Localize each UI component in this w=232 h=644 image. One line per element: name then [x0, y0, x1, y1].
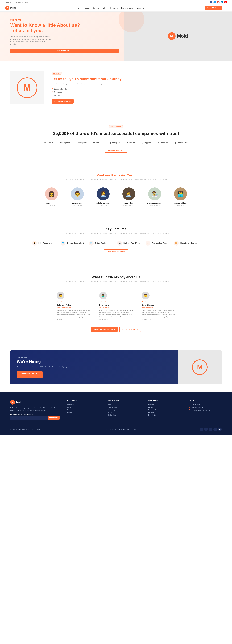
about-logo-circle: M — [17, 78, 37, 98]
nav-home[interactable]: Home — [77, 7, 81, 9]
hamburger-menu[interactable]: ☰ — [225, 6, 227, 10]
view-more-testimonials-button[interactable]: VIEW MORE TESTIMONIALS — [91, 327, 118, 332]
nav-portfolio[interactable]: Portfolio ▾ — [110, 7, 118, 9]
hero-left: WHO WE ARE? Want to Know a little About … — [0, 12, 124, 61]
nav-logo[interactable]: M Molti — [5, 6, 16, 10]
res-blog[interactable]: Blog — [108, 404, 141, 406]
design-label: Clean/Lovely Design — [180, 241, 197, 244]
jazzer-label: JAZZER — [46, 142, 53, 144]
responsive-icon: 📱 — [32, 241, 37, 246]
about-cta-button[interactable]: READ FULL STORY → — [51, 99, 74, 104]
footer-navigate-title: NAVIGATE — [67, 400, 100, 402]
cookie-policy-link[interactable]: Cookie Policy — [127, 428, 136, 430]
team-member-sarah: 👩 Sarah Morrison CEO/Founder — [41, 188, 62, 206]
footer-navigate: NAVIGATE Homepage Careers News Affiliate… — [67, 400, 100, 420]
get-started-button[interactable]: GET STARTED → — [205, 6, 223, 10]
location-icon: 📍 — [189, 409, 191, 411]
res-community[interactable]: Community — [108, 409, 141, 411]
nav-news[interactable]: News — [67, 409, 100, 411]
comp-services[interactable]: Services — [148, 404, 181, 406]
footer-youtube-icon[interactable]: ▶ — [218, 428, 222, 431]
res-pricing[interactable]: Pricing — [108, 412, 141, 413]
team-member-nayan: 👨 Nayan Robert Creative Director — [67, 188, 88, 206]
firat-role: UX/UI Designer — [99, 306, 133, 308]
comp-portfolio[interactable]: Portfolio — [148, 412, 181, 413]
help-email-address: contact@molti.com — [191, 407, 203, 408]
about-logo-m: M — [23, 82, 31, 93]
help-phone: 📞 +00 000 500 75 — [189, 404, 222, 406]
team-member-isabella: 👩‍💼 Isabella Morrison SEO Manager — [93, 188, 113, 206]
googleplus-icon[interactable]: g — [217, 1, 220, 3]
linkedin-icon[interactable]: in — [221, 1, 223, 3]
about-title-text1: Let us — [51, 77, 63, 81]
team-subtitle: Lorem Ipsum is simply dummy text of the … — [10, 178, 222, 181]
privacy-policy-link[interactable]: Privacy Policy — [104, 428, 113, 430]
footer-googleplus-icon[interactable]: g — [209, 428, 213, 431]
footer-twitter-icon[interactable]: t — [204, 428, 208, 431]
footer-linkedin-icon[interactable]: in — [214, 428, 217, 431]
comp-help[interactable]: Help Center — [148, 414, 181, 416]
newsletter-input[interactable] — [10, 416, 47, 420]
drett-icon: ✕ — [127, 142, 128, 144]
leland-role: Product Manager — [119, 205, 139, 206]
nav-careers[interactable]: Careers — [67, 406, 100, 408]
elegance-icon: ✦ — [60, 142, 62, 144]
floordoor-icon: ▣ — [174, 142, 176, 144]
nav-services[interactable]: Services ▾ — [93, 7, 100, 9]
ocean-avatar: 👨‍🔬 — [148, 188, 161, 200]
hero-right: M Molti — [124, 12, 232, 61]
ocean-name: Ocean Mcnamara — [144, 202, 165, 204]
res-design-case[interactable]: Design Case — [108, 414, 141, 416]
about-badge: Our History — [51, 72, 62, 74]
clients-badge: We're working with — [109, 125, 123, 128]
leland-avatar: 👨‍💼 — [122, 188, 135, 200]
email-icon: ✉ — [189, 407, 190, 408]
footer-resources: RESOURCES Blog Documentation Community P… — [108, 400, 141, 420]
comp-customers[interactable]: Happy Customers — [148, 409, 181, 411]
testimonial-guto: 👦 ★★★★★ Guto Ellwood Graphic Designer Lo… — [139, 289, 178, 323]
nav-header-footer[interactable]: Header & Footer ▾ — [121, 7, 134, 9]
client-logo-leadgen: ↗ Lead Gen — [157, 142, 168, 144]
hiring-cta-button[interactable]: VIEW OPEN POSITIONS → — [17, 371, 42, 378]
comp-about[interactable]: About Us — [148, 406, 181, 408]
nav-affiliates[interactable]: Affiliates — [67, 412, 100, 413]
footer-bottom: © Copyright Molti 2020. Made with ♥ by D… — [10, 425, 222, 431]
check-icon: ✓ — [51, 94, 53, 96]
clients-section: We're working with 25,000+ of the world'… — [0, 115, 232, 163]
hero-title-text2: us? — [70, 22, 80, 28]
about-title-text2: a short about our Journey — [77, 77, 122, 81]
facebook-icon[interactable]: f — [210, 1, 213, 3]
top-bar-left: +1 234 567 8 contact@molti.com — [5, 1, 27, 3]
view-more-features-button[interactable]: VIEW MORE FEATURES — [104, 250, 128, 254]
nav-blog[interactable]: Blog ▾ — [103, 7, 108, 9]
footer-help-title: HELP — [189, 400, 222, 402]
newsletter-button[interactable]: SUBSCRIBE — [47, 416, 59, 420]
nav-pages[interactable]: Pages ▾ — [84, 7, 90, 9]
view-all-clients-button[interactable]: VIEW ALL CLIENTS → — [105, 148, 127, 152]
hero-cta-button[interactable]: READ OUR STORY → — [10, 48, 119, 53]
coregzip-icon: ◎ — [110, 142, 111, 144]
res-documentation[interactable]: Documentation — [108, 406, 141, 408]
about-title-highlight: tell you — [63, 77, 76, 81]
about-text: Lorem ipsum is simply dummy text of the … — [51, 83, 222, 85]
hiring-title: We're Hiring — [17, 359, 171, 364]
logo-text: Molti — [10, 6, 16, 9]
solomon-name: Solomon Fields — [57, 304, 90, 306]
sarah-avatar: 👩 — [45, 188, 58, 200]
loading-label: Fast Loading Times — [152, 241, 168, 244]
see-all-clients-button[interactable]: SEE ALL CLIENTS → — [119, 327, 141, 332]
nav-elements[interactable]: Elements — [137, 7, 144, 9]
client-logo-adaptive: ⬡ adaptive — [77, 142, 87, 144]
about-content: Our History Let us tell you a short abou… — [51, 72, 222, 104]
footer-company-title: COMPANY — [148, 400, 181, 402]
footer-facebook-icon[interactable]: f — [200, 428, 203, 431]
nav-homepage[interactable]: Homepage — [67, 404, 100, 406]
isabella-avatar: 👩‍💼 — [97, 188, 110, 200]
twitter-icon[interactable]: t — [214, 1, 216, 3]
youtube-icon[interactable]: ▶ — [224, 1, 227, 3]
client-logo-drett: ✕ DRETT — [127, 142, 135, 144]
hiring-left: Want to join us? We're Hiring We'd love … — [10, 350, 178, 384]
terms-of-service-link[interactable]: Terms of Service — [115, 428, 125, 430]
design-icon: 🎨 — [174, 241, 179, 246]
sarah-role: CEO/Founder — [41, 205, 62, 206]
